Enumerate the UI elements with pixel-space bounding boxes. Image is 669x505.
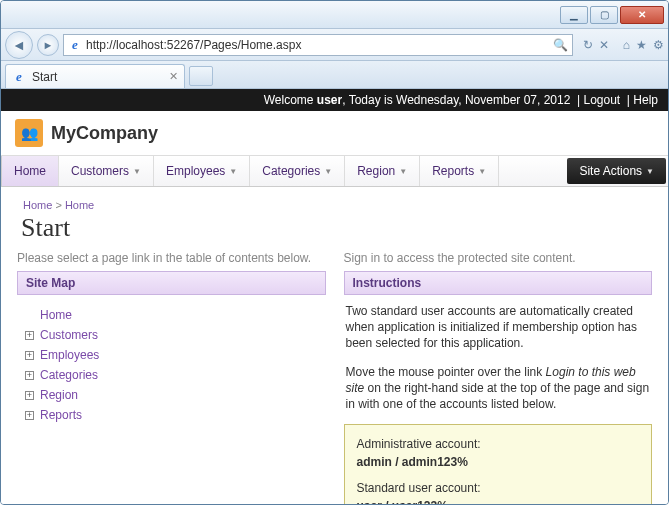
back-button[interactable]: ◄	[5, 31, 33, 59]
tree-item-home[interactable]: +Home	[25, 305, 322, 325]
breadcrumb-item[interactable]: Home	[65, 199, 94, 211]
browser-nav-row: ◄ ► e 🔍 ↻ ✕ ⌂ ★ ⚙	[1, 29, 668, 61]
help-link[interactable]: Help	[633, 93, 658, 107]
left-hint: Please select a page link in the table o…	[17, 251, 326, 271]
site-actions-button[interactable]: Site Actions▼	[567, 158, 666, 184]
url-input[interactable]	[86, 38, 549, 52]
user-account-value: user / user123%	[357, 499, 448, 504]
tree-item-region[interactable]: +Region	[25, 385, 322, 405]
company-name: MyCompany	[51, 123, 158, 144]
company-logo-icon: 👥	[15, 119, 43, 147]
home-icon[interactable]: ⌂	[623, 38, 630, 52]
expand-icon[interactable]: +	[25, 411, 34, 420]
new-tab-button[interactable]	[189, 66, 213, 86]
welcome-date: , Today is Wednesday, November 07, 2012	[342, 93, 570, 107]
menu-categories[interactable]: Categories▼	[250, 156, 345, 186]
tree-item-customers[interactable]: +Customers	[25, 325, 322, 345]
favorites-icon[interactable]: ★	[636, 38, 647, 52]
forward-button[interactable]: ►	[37, 34, 59, 56]
credentials-box: Administrative account: admin / admin123…	[344, 424, 653, 504]
chevron-down-icon: ▼	[133, 167, 141, 176]
tree-item-categories[interactable]: +Categories	[25, 365, 322, 385]
menu-employees[interactable]: Employees▼	[154, 156, 250, 186]
expand-icon[interactable]: +	[25, 371, 34, 380]
expand-icon[interactable]: +	[25, 351, 34, 360]
instructions-para-2: Move the mouse pointer over the link Log…	[344, 356, 653, 417]
welcome-bar: Welcome user, Today is Wednesday, Novemb…	[1, 89, 668, 111]
sitemap-tree: +Home +Customers +Employees +Categories …	[17, 295, 326, 429]
admin-account-value: admin / admin123%	[357, 455, 468, 469]
close-button[interactable]: ✕	[620, 6, 664, 24]
main-menu: Home Customers▼ Employees▼ Categories▼ R…	[1, 155, 668, 187]
window-titlebar: ▁ ▢ ✕	[1, 1, 668, 29]
page-title: Start	[17, 213, 652, 251]
chevron-down-icon: ▼	[324, 167, 332, 176]
maximize-button[interactable]: ▢	[590, 6, 618, 24]
breadcrumb-item[interactable]: Home	[23, 199, 52, 211]
expand-icon[interactable]: +	[25, 391, 34, 400]
search-icon[interactable]: 🔍	[553, 38, 568, 52]
menu-customers[interactable]: Customers▼	[59, 156, 154, 186]
content-area: Home > Home Start Please select a page l…	[1, 187, 668, 504]
browser-right-icons: ⌂ ★ ⚙	[613, 38, 664, 52]
tab-close-icon[interactable]: ✕	[169, 70, 178, 83]
ie-page-icon: e	[68, 38, 82, 52]
browser-window: ▁ ▢ ✕ ◄ ► e 🔍 ↻ ✕ ⌂ ★ ⚙ e Start ✕ Welcom…	[0, 0, 669, 505]
welcome-user: user	[317, 93, 342, 107]
tree-item-reports[interactable]: +Reports	[25, 405, 322, 425]
browser-toolbar-icons: ↻ ✕	[577, 38, 609, 52]
browser-tab-row: e Start ✕	[1, 61, 668, 89]
chevron-down-icon: ▼	[399, 167, 407, 176]
chevron-down-icon: ▼	[478, 167, 486, 176]
tools-icon[interactable]: ⚙	[653, 38, 664, 52]
ie-tab-icon: e	[12, 70, 26, 84]
expand-icon[interactable]: +	[25, 331, 34, 340]
browser-tab[interactable]: e Start ✕	[5, 64, 185, 88]
stop-icon[interactable]: ✕	[599, 38, 609, 52]
sitemap-panel-header: Site Map	[17, 271, 326, 295]
right-column: Sign in to access the protected site con…	[344, 251, 653, 504]
menu-reports[interactable]: Reports▼	[420, 156, 499, 186]
breadcrumb: Home > Home	[17, 195, 652, 213]
instructions-para-1: Two standard user accounts are automatic…	[344, 295, 653, 356]
minimize-button[interactable]: ▁	[560, 6, 588, 24]
welcome-prefix: Welcome	[264, 93, 317, 107]
address-bar[interactable]: e 🔍	[63, 34, 573, 56]
page-viewport: Welcome user, Today is Wednesday, Novemb…	[1, 89, 668, 504]
chevron-down-icon: ▼	[646, 167, 654, 176]
user-account-label: Standard user account:	[357, 479, 640, 497]
logo-row: 👥 MyCompany	[1, 111, 668, 155]
logout-link[interactable]: Logout	[583, 93, 620, 107]
admin-account-label: Administrative account:	[357, 435, 640, 453]
tab-title: Start	[32, 70, 57, 84]
chevron-down-icon: ▼	[229, 167, 237, 176]
menu-region[interactable]: Region▼	[345, 156, 420, 186]
right-hint: Sign in to access the protected site con…	[344, 251, 653, 271]
menu-home[interactable]: Home	[1, 156, 59, 186]
tree-item-employees[interactable]: +Employees	[25, 345, 322, 365]
refresh-icon[interactable]: ↻	[583, 38, 593, 52]
instructions-panel-header: Instructions	[344, 271, 653, 295]
left-column: Please select a page link in the table o…	[17, 251, 326, 504]
